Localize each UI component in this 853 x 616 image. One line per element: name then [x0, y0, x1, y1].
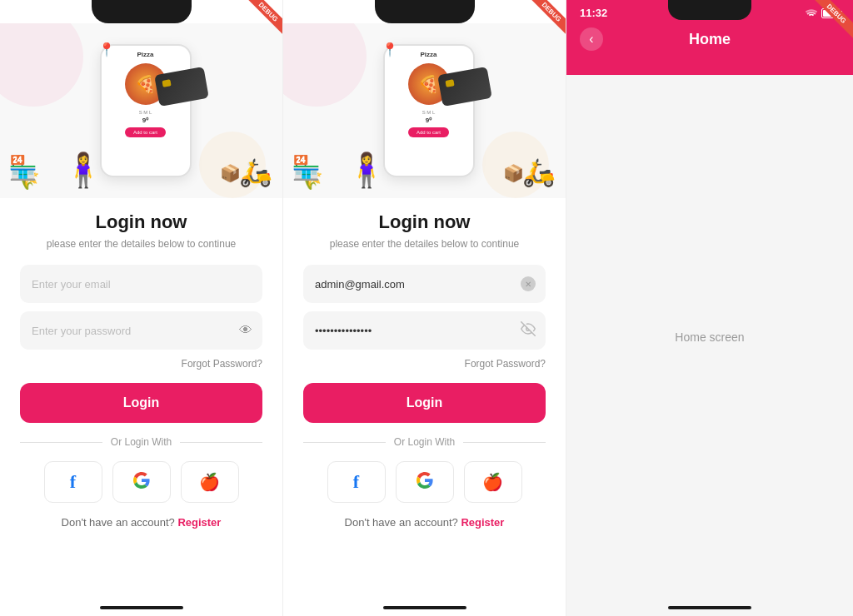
card-chip-1	[162, 79, 171, 87]
facebook-button-1[interactable]: f	[44, 461, 102, 503]
apple-button-2[interactable]: 🍎	[464, 461, 522, 503]
login-content-2: Login now please enter the detailes belo…	[283, 198, 566, 599]
scooter-icon-2: 🛵	[522, 156, 556, 188]
email-wrapper-1	[20, 265, 262, 303]
pizza-label-1: Pizza	[137, 46, 153, 60]
add-cart-btn-1: Add to cart	[125, 127, 166, 137]
register-link-1[interactable]: Register	[177, 516, 221, 529]
or-divider-1: Or Login With	[20, 436, 262, 448]
phone-screen-filled: DEBUG 🏪 🧍‍♀️ 🌾 Pizza 🍕 S M L 9⁰ Add to c…	[283, 0, 566, 616]
clear-icon-2[interactable]: ✕	[521, 276, 536, 291]
home-bottom-indicator	[668, 606, 751, 609]
register-row-2: Don't have an account? Register	[345, 516, 505, 529]
sizes-label-1: S M L	[139, 110, 152, 115]
home-body: Home screen	[566, 75, 853, 599]
boxes-icon-2: 📦	[503, 163, 524, 183]
password-wrapper-1: 👁	[20, 311, 262, 350]
divider-line-right-1	[180, 442, 262, 443]
status-time: 11:32	[580, 7, 607, 19]
debug-badge-2: DEBUG	[527, 0, 566, 37]
google-icon-2	[417, 472, 433, 493]
register-text-1: Don't have an account?	[62, 516, 175, 529]
login-subtitle-1: please enter the detailes below to conti…	[47, 238, 237, 250]
register-row-1: Don't have an account? Register	[62, 516, 222, 529]
facebook-icon-1: f	[70, 471, 76, 493]
location-pin-1: 📍	[98, 42, 115, 57]
google-icon-1	[133, 472, 150, 493]
bottom-bar-2	[383, 606, 466, 609]
login-title-2: Login now	[379, 211, 471, 233]
social-buttons-2: f 🍎	[327, 461, 522, 503]
person-icon-1: 🧍‍♀️	[62, 151, 104, 190]
apple-icon-2: 🍎	[482, 472, 503, 492]
eye-icon-1[interactable]: 👁	[239, 323, 252, 338]
home-screen-panel: 11:32 ‹ Home	[566, 0, 853, 616]
phone-screen-empty: DEBUG 🏪 🧍‍♀️ 🌾 Pizza 🍕 S M L 9⁰ Add to c	[0, 0, 283, 616]
social-buttons-1: f 🍎	[44, 461, 239, 503]
login-content-1: Login now please enter the detailes belo…	[0, 198, 282, 599]
email-input-2[interactable]	[303, 265, 546, 303]
store-icon-2: 🏪	[292, 154, 321, 181]
email-wrapper-2: ✕	[303, 265, 546, 303]
home-title: Home	[603, 31, 816, 48]
back-chevron-icon: ‹	[589, 32, 593, 47]
status-notch	[668, 0, 751, 20]
facebook-icon-2: f	[353, 471, 359, 493]
google-button-2[interactable]	[396, 461, 454, 503]
card-chip-2	[445, 79, 454, 87]
login-subtitle-2: please enter the detailes below to conti…	[330, 238, 520, 250]
debug-badge-1: DEBUG	[244, 0, 282, 37]
password-wrapper-2	[303, 311, 546, 350]
google-button-1[interactable]	[112, 461, 171, 503]
or-text-1: Or Login With	[102, 436, 180, 448]
forgot-password-link-1[interactable]: Forgot Password?	[182, 358, 262, 370]
notch-2	[375, 0, 475, 23]
add-cart-btn-2: Add to cart	[408, 127, 449, 137]
forgot-password-link-2[interactable]: Forgot Password?	[465, 358, 546, 370]
divider-line-left-1	[20, 442, 102, 443]
debug-badge-right: DEBUG	[809, 0, 853, 41]
store-icon-1: 🏪	[8, 154, 37, 181]
or-text-2: Or Login With	[386, 436, 463, 448]
price-label-1: 9⁰	[142, 117, 148, 124]
home-screen-label: Home screen	[675, 330, 744, 344]
notch-1	[92, 0, 192, 23]
person-icon-2: 🧍‍♀️	[346, 151, 387, 190]
apple-button-1[interactable]: 🍎	[181, 461, 239, 503]
price-label-2: 9⁰	[426, 117, 431, 124]
register-text-2: Don't have an account?	[345, 516, 458, 529]
bottom-bar-1	[100, 606, 183, 609]
divider-line-left-2	[303, 442, 386, 443]
phone-mockup-2: Pizza 🍕 S M L 9⁰ Add to cart	[383, 44, 475, 177]
eye-off-icon-2[interactable]	[521, 321, 536, 340]
or-divider-2: Or Login With	[303, 436, 546, 448]
password-input-1[interactable]	[20, 311, 262, 350]
location-pin-2: 📍	[382, 42, 398, 57]
sizes-label-2: S M L	[422, 110, 436, 115]
right-panel: DEBUG 11:32 ‹	[566, 0, 853, 616]
divider-line-right-2	[463, 442, 546, 443]
phone-mockup-1: Pizza 🍕 S M L 9⁰ Add to cart	[100, 44, 192, 177]
boxes-icon-1: 📦	[220, 163, 241, 183]
home-bottom-bar	[566, 599, 853, 616]
login-button-1[interactable]: Login	[20, 383, 262, 423]
scooter-icon-1: 🛵	[239, 156, 272, 188]
login-button-2[interactable]: Login	[303, 383, 546, 423]
apple-icon-1: 🍎	[199, 472, 220, 492]
email-input-1[interactable]	[20, 265, 262, 303]
register-link-2[interactable]: Register	[461, 516, 504, 529]
back-button[interactable]: ‹	[580, 27, 603, 51]
facebook-button-2[interactable]: f	[327, 461, 386, 503]
login-title-1: Login now	[96, 211, 187, 233]
pizza-label-2: Pizza	[420, 46, 436, 60]
password-input-2[interactable]	[303, 311, 546, 350]
